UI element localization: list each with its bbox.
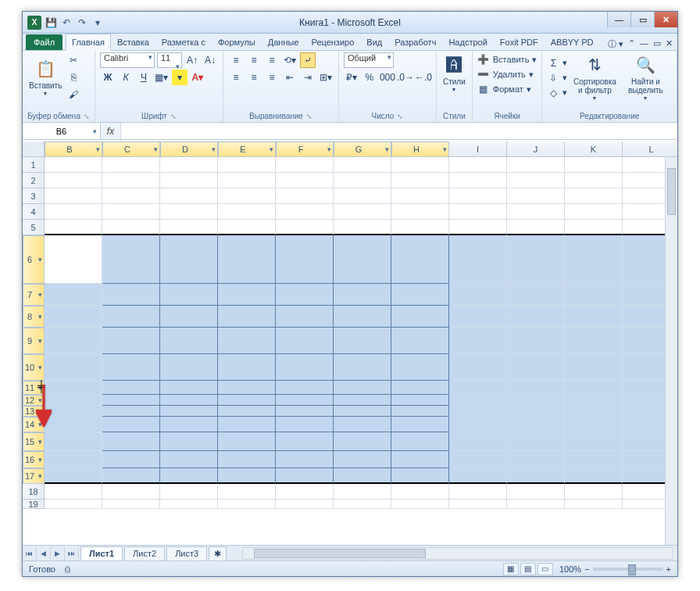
clear-button[interactable]: ◇▾ [547,86,567,100]
percent-button[interactable]: % [362,70,377,85]
cell-F12[interactable] [276,395,334,406]
cell-K12[interactable] [565,395,623,406]
minimize-button[interactable]: — [607,12,630,27]
cell-F9[interactable] [276,328,334,354]
sheet-nav-3[interactable]: ⏭ [65,546,79,561]
cell-B9[interactable] [45,328,102,354]
row-header-19[interactable]: 19 [23,500,45,509]
cell-E16[interactable] [218,451,276,468]
number-dialog-icon[interactable]: ⤡ [397,113,403,120]
row-header-1[interactable]: 1 [23,157,45,173]
cell-J1[interactable] [507,157,565,173]
view-layout-button[interactable]: ▤ [520,563,536,575]
cell-E13[interactable] [218,406,276,417]
sheet-tab-Лист2[interactable]: Лист2 [124,546,165,561]
worksheet-grid[interactable]: BCDEFGHIJKL 1234567891011121314151617181… [23,141,677,545]
vertical-scrollbar[interactable] [665,157,677,545]
cell-E8[interactable] [218,306,276,328]
zoom-out-button[interactable]: − [584,564,589,574]
cell-C14[interactable] [102,417,160,432]
row-header-8[interactable]: 8 [23,306,45,328]
help-icon[interactable]: ⓘ ▾ [608,38,623,50]
cell-C4[interactable] [102,204,160,220]
cell-G15[interactable] [334,432,391,451]
cell-D8[interactable] [160,306,218,328]
row-header-7[interactable]: 7 [23,284,45,306]
col-header-G[interactable]: G [334,141,391,157]
scrollbar-thumb[interactable] [667,168,676,215]
cell-F4[interactable] [276,204,334,220]
row-header-15[interactable]: 15 [23,432,45,451]
number-format-select[interactable]: Общий [344,52,394,68]
cell-F2[interactable] [276,173,334,188]
sort-filter-button[interactable]: ⇅ Сортировка и фильтр▾ [570,52,620,103]
col-header-C[interactable]: C [102,141,160,157]
cell-I13[interactable] [449,406,507,417]
cell-D18[interactable] [160,484,218,500]
cell-H7[interactable] [391,284,449,306]
cell-F17[interactable] [276,468,334,484]
cell-C11[interactable] [102,381,160,395]
align-top-button[interactable]: ≡ [228,52,244,68]
cell-E11[interactable] [218,381,276,395]
cell-C16[interactable] [102,451,160,468]
cell-C2[interactable] [102,173,160,188]
cell-H1[interactable] [391,157,449,173]
cell-F11[interactable] [276,381,334,395]
cell-B14[interactable] [45,417,102,432]
cell-H5[interactable] [391,220,449,235]
col-header-H[interactable]: H [391,141,449,157]
cell-J3[interactable] [507,188,565,204]
cell-J14[interactable] [507,417,565,432]
ribbon-tab-рецензиро[interactable]: Рецензиро [305,34,361,50]
cell-G18[interactable] [334,484,391,500]
cell-D1[interactable] [160,157,218,173]
select-all-corner[interactable] [23,141,45,157]
cell-J4[interactable] [507,204,565,220]
cell-K7[interactable] [565,284,623,306]
cells-area[interactable] [45,157,677,509]
cell-K17[interactable] [565,468,623,484]
cell-E12[interactable] [218,395,276,406]
cell-H8[interactable] [391,306,449,328]
cell-H19[interactable] [391,500,449,509]
sheet-nav-2[interactable]: ▶ [51,546,65,561]
cell-F16[interactable] [276,451,334,468]
cell-K13[interactable] [565,406,623,417]
cell-H9[interactable] [391,328,449,354]
row-header-13[interactable]: 13 [23,406,45,417]
cell-G8[interactable] [334,306,391,328]
find-select-button[interactable]: 🔍 Найти и выделить▾ [622,52,669,103]
cell-H6[interactable] [391,235,449,284]
cell-C13[interactable] [102,406,160,417]
doc-max-icon[interactable]: ▭ [653,38,661,50]
cell-C12[interactable] [102,395,160,406]
cell-D2[interactable] [160,173,218,188]
grow-font-icon[interactable]: A↑ [184,52,200,68]
cell-F8[interactable] [276,306,334,328]
cell-C18[interactable] [102,484,160,500]
cell-B15[interactable] [45,432,102,451]
cell-D16[interactable] [160,451,218,468]
new-sheet-button[interactable]: ✱ [209,546,227,561]
cell-H15[interactable] [391,432,449,451]
row-header-17[interactable]: 17 [23,468,45,484]
cell-J5[interactable] [507,220,565,235]
cell-I14[interactable] [449,417,507,432]
cell-I7[interactable] [449,284,507,306]
indent-inc-button[interactable]: ⇥ [300,70,316,85]
cell-I4[interactable] [449,204,507,220]
cell-J18[interactable] [507,484,565,500]
font-size-select[interactable]: 11 [157,52,182,68]
macro-record-icon[interactable]: ⎙ [65,564,70,574]
cell-D7[interactable] [160,284,218,306]
cell-J12[interactable] [507,395,565,406]
cell-J2[interactable] [507,173,565,188]
cell-J9[interactable] [507,328,565,354]
bold-button[interactable]: Ж [100,70,116,85]
cell-H12[interactable] [391,395,449,406]
cell-F13[interactable] [276,406,334,417]
ribbon-tab-данные[interactable]: Данные [262,34,305,50]
align-right-button[interactable]: ≡ [264,70,280,85]
row-header-4[interactable]: 4 [23,204,45,220]
